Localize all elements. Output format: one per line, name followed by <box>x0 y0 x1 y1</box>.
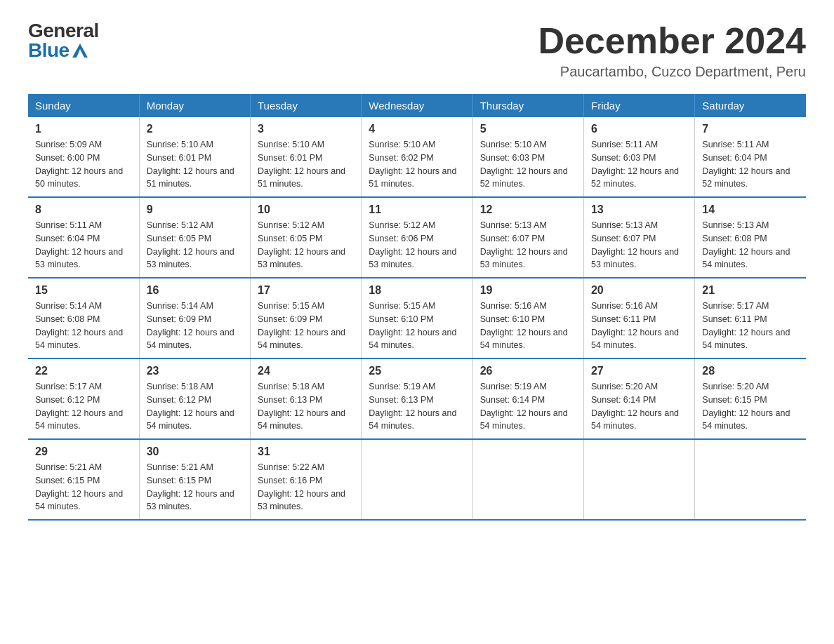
calendar-cell: 22 Sunrise: 5:17 AMSunset: 6:12 PMDaylig… <box>28 358 139 439</box>
calendar-header-row: SundayMondayTuesdayWednesdayThursdayFrid… <box>28 94 806 117</box>
day-info: Sunrise: 5:15 AMSunset: 6:10 PMDaylight:… <box>369 301 456 350</box>
calendar-cell <box>583 439 694 520</box>
calendar-cell <box>695 439 806 520</box>
day-info: Sunrise: 5:10 AMSunset: 6:02 PMDaylight:… <box>369 140 456 189</box>
day-info: Sunrise: 5:12 AMSunset: 6:06 PMDaylight:… <box>369 220 456 269</box>
day-info: Sunrise: 5:21 AMSunset: 6:15 PMDaylight:… <box>35 462 123 511</box>
day-number: 8 <box>35 203 132 216</box>
day-info: Sunrise: 5:19 AMSunset: 6:13 PMDaylight:… <box>369 382 456 431</box>
calendar-header-monday: Monday <box>139 94 250 117</box>
day-number: 1 <box>35 123 132 135</box>
day-number: 7 <box>702 123 799 135</box>
calendar-cell <box>472 439 583 520</box>
day-number: 2 <box>147 123 243 135</box>
day-info: Sunrise: 5:19 AMSunset: 6:14 PMDaylight:… <box>480 382 568 431</box>
calendar-cell: 17 Sunrise: 5:15 AMSunset: 6:09 PMDaylig… <box>250 278 361 358</box>
day-number: 28 <box>702 365 799 377</box>
day-number: 14 <box>702 203 799 216</box>
day-info: Sunrise: 5:10 AMSunset: 6:01 PMDaylight:… <box>147 140 234 189</box>
day-info: Sunrise: 5:16 AMSunset: 6:11 PMDaylight:… <box>591 301 679 350</box>
calendar-week-row: 29 Sunrise: 5:21 AMSunset: 6:15 PMDaylig… <box>28 439 806 520</box>
calendar-cell: 12 Sunrise: 5:13 AMSunset: 6:07 PMDaylig… <box>472 197 583 278</box>
day-info: Sunrise: 5:11 AMSunset: 6:04 PMDaylight:… <box>702 140 790 189</box>
day-number: 20 <box>591 284 687 297</box>
calendar-cell: 19 Sunrise: 5:16 AMSunset: 6:10 PMDaylig… <box>472 278 583 358</box>
day-number: 9 <box>147 203 243 216</box>
calendar-cell: 7 Sunrise: 5:11 AMSunset: 6:04 PMDayligh… <box>695 117 806 197</box>
calendar-week-row: 1 Sunrise: 5:09 AMSunset: 6:00 PMDayligh… <box>28 117 806 197</box>
calendar-cell: 6 Sunrise: 5:11 AMSunset: 6:03 PMDayligh… <box>583 117 694 197</box>
calendar-cell: 13 Sunrise: 5:13 AMSunset: 6:07 PMDaylig… <box>583 197 694 278</box>
day-number: 24 <box>258 365 354 377</box>
calendar-cell: 27 Sunrise: 5:20 AMSunset: 6:14 PMDaylig… <box>583 358 694 439</box>
day-number: 16 <box>147 284 243 297</box>
day-info: Sunrise: 5:14 AMSunset: 6:09 PMDaylight:… <box>147 301 234 350</box>
day-info: Sunrise: 5:13 AMSunset: 6:07 PMDaylight:… <box>591 220 679 269</box>
day-number: 30 <box>147 445 243 458</box>
day-info: Sunrise: 5:11 AMSunset: 6:03 PMDaylight:… <box>591 140 679 189</box>
calendar-body: 1 Sunrise: 5:09 AMSunset: 6:00 PMDayligh… <box>28 117 806 520</box>
day-info: Sunrise: 5:22 AMSunset: 6:16 PMDaylight:… <box>258 462 345 511</box>
day-number: 22 <box>35 365 132 377</box>
calendar-cell: 3 Sunrise: 5:10 AMSunset: 6:01 PMDayligh… <box>250 117 361 197</box>
calendar-cell: 28 Sunrise: 5:20 AMSunset: 6:15 PMDaylig… <box>695 358 806 439</box>
day-number: 12 <box>480 203 576 216</box>
day-number: 23 <box>147 365 243 377</box>
calendar-week-row: 15 Sunrise: 5:14 AMSunset: 6:08 PMDaylig… <box>28 278 806 358</box>
calendar-cell: 21 Sunrise: 5:17 AMSunset: 6:11 PMDaylig… <box>695 278 806 358</box>
calendar-cell: 25 Sunrise: 5:19 AMSunset: 6:13 PMDaylig… <box>362 358 472 439</box>
day-info: Sunrise: 5:20 AMSunset: 6:15 PMDaylight:… <box>702 382 790 431</box>
day-number: 18 <box>369 284 465 297</box>
day-info: Sunrise: 5:09 AMSunset: 6:00 PMDaylight:… <box>35 140 123 189</box>
day-number: 31 <box>258 445 354 458</box>
calendar-header-saturday: Saturday <box>695 94 806 117</box>
calendar-table: SundayMondayTuesdayWednesdayThursdayFrid… <box>28 94 806 521</box>
calendar-cell: 10 Sunrise: 5:12 AMSunset: 6:05 PMDaylig… <box>250 197 361 278</box>
day-number: 13 <box>591 203 687 216</box>
day-info: Sunrise: 5:21 AMSunset: 6:15 PMDaylight:… <box>147 462 234 511</box>
day-number: 3 <box>258 123 354 135</box>
page-header: General Blue December 2024 Paucartambo, … <box>28 21 806 80</box>
calendar-week-row: 22 Sunrise: 5:17 AMSunset: 6:12 PMDaylig… <box>28 358 806 439</box>
calendar-cell: 2 Sunrise: 5:10 AMSunset: 6:01 PMDayligh… <box>139 117 250 197</box>
page-title: December 2024 <box>538 21 806 61</box>
calendar-header-friday: Friday <box>583 94 694 117</box>
calendar-header-tuesday: Tuesday <box>250 94 361 117</box>
day-info: Sunrise: 5:11 AMSunset: 6:04 PMDaylight:… <box>35 220 123 269</box>
day-number: 4 <box>369 123 465 135</box>
calendar-cell: 16 Sunrise: 5:14 AMSunset: 6:09 PMDaylig… <box>139 278 250 358</box>
calendar-week-row: 8 Sunrise: 5:11 AMSunset: 6:04 PMDayligh… <box>28 197 806 278</box>
day-number: 11 <box>369 203 465 216</box>
calendar-header-thursday: Thursday <box>472 94 583 117</box>
day-number: 19 <box>480 284 576 297</box>
logo-general-text: General <box>28 21 99 41</box>
calendar-cell: 11 Sunrise: 5:12 AMSunset: 6:06 PMDaylig… <box>362 197 472 278</box>
day-info: Sunrise: 5:17 AMSunset: 6:12 PMDaylight:… <box>35 382 123 431</box>
calendar-cell: 30 Sunrise: 5:21 AMSunset: 6:15 PMDaylig… <box>139 439 250 520</box>
calendar-cell: 26 Sunrise: 5:19 AMSunset: 6:14 PMDaylig… <box>472 358 583 439</box>
day-info: Sunrise: 5:18 AMSunset: 6:13 PMDaylight:… <box>258 382 345 431</box>
calendar-cell: 9 Sunrise: 5:12 AMSunset: 6:05 PMDayligh… <box>139 197 250 278</box>
day-number: 15 <box>35 284 132 297</box>
day-number: 27 <box>591 365 687 377</box>
logo-icon <box>72 43 88 58</box>
day-info: Sunrise: 5:13 AMSunset: 6:08 PMDaylight:… <box>702 220 790 269</box>
day-number: 17 <box>258 284 354 297</box>
calendar-cell: 23 Sunrise: 5:18 AMSunset: 6:12 PMDaylig… <box>139 358 250 439</box>
day-info: Sunrise: 5:15 AMSunset: 6:09 PMDaylight:… <box>258 301 345 350</box>
calendar-cell: 8 Sunrise: 5:11 AMSunset: 6:04 PMDayligh… <box>28 197 139 278</box>
calendar-cell: 29 Sunrise: 5:21 AMSunset: 6:15 PMDaylig… <box>28 439 139 520</box>
day-number: 21 <box>702 284 799 297</box>
page-subtitle: Paucartambo, Cuzco Department, Peru <box>538 64 806 80</box>
day-number: 10 <box>258 203 354 216</box>
day-number: 25 <box>369 365 465 377</box>
day-info: Sunrise: 5:12 AMSunset: 6:05 PMDaylight:… <box>258 220 345 269</box>
day-info: Sunrise: 5:10 AMSunset: 6:01 PMDaylight:… <box>258 140 345 189</box>
day-info: Sunrise: 5:20 AMSunset: 6:14 PMDaylight:… <box>591 382 679 431</box>
calendar-header-sunday: Sunday <box>28 94 139 117</box>
day-info: Sunrise: 5:17 AMSunset: 6:11 PMDaylight:… <box>702 301 790 350</box>
day-number: 5 <box>480 123 576 135</box>
calendar-cell: 4 Sunrise: 5:10 AMSunset: 6:02 PMDayligh… <box>362 117 472 197</box>
calendar-cell: 14 Sunrise: 5:13 AMSunset: 6:08 PMDaylig… <box>695 197 806 278</box>
day-info: Sunrise: 5:18 AMSunset: 6:12 PMDaylight:… <box>147 382 234 431</box>
